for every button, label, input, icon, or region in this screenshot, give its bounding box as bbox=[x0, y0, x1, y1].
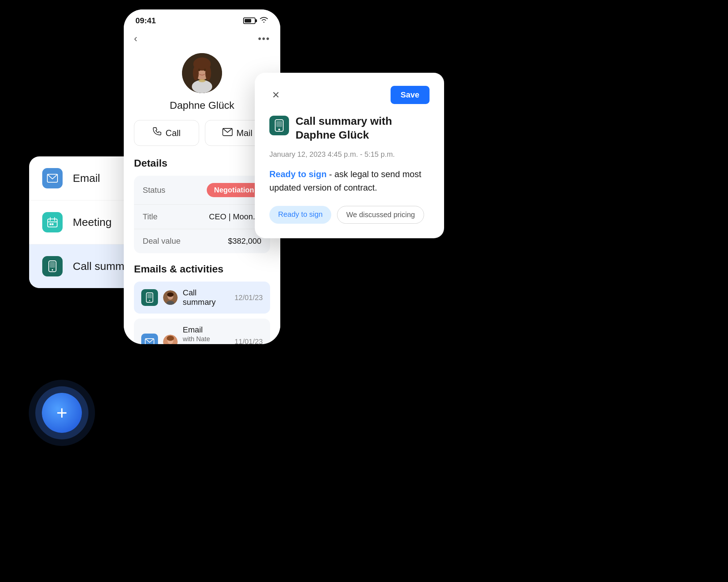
activity-text-1: Call summary bbox=[183, 288, 229, 307]
svg-point-9 bbox=[52, 269, 53, 271]
activities-title: Emails & activities bbox=[134, 263, 270, 282]
close-button[interactable]: ✕ bbox=[269, 88, 282, 101]
svg-point-18 bbox=[198, 79, 206, 82]
wifi-icon bbox=[259, 16, 269, 25]
popup-tags: Ready to sign We discussed pricing bbox=[269, 206, 430, 224]
call-label: Call bbox=[166, 128, 181, 138]
tag-ready-to-sign[interactable]: Ready to sign bbox=[269, 206, 331, 224]
status-icons bbox=[243, 16, 269, 25]
more-button[interactable]: ••• bbox=[258, 33, 270, 44]
svg-rect-5 bbox=[50, 223, 51, 225]
activity-email-icon bbox=[141, 334, 158, 344]
status-badge: Negotiation bbox=[207, 183, 261, 197]
title-row: Title CEO | Moon.io bbox=[134, 205, 270, 229]
detail-card: Status Negotiation Title CEO | Moon.io D… bbox=[134, 176, 270, 253]
popup-body: Ready to sign - ask legal to send most u… bbox=[269, 167, 430, 194]
status-label: Status bbox=[143, 186, 165, 195]
popup-title: Call summary with Daphne Glück bbox=[296, 114, 430, 141]
popup-header: ✕ Save bbox=[269, 86, 430, 104]
svg-point-13 bbox=[193, 66, 199, 80]
details-title: Details bbox=[134, 158, 270, 176]
popup-datetime: January 12, 2023 4:45 p.m. - 5:15 p.m. bbox=[269, 150, 430, 159]
svg-point-22 bbox=[149, 300, 150, 301]
activity-sub-2: with Nate Fisher, Larissa Piker bbox=[183, 335, 229, 344]
activity-title-1: Call summary bbox=[183, 288, 229, 307]
svg-point-34 bbox=[278, 129, 280, 131]
activity-avatar-1 bbox=[163, 290, 178, 305]
fab-plus-icon: + bbox=[56, 403, 67, 422]
deal-value: $382,000 bbox=[228, 236, 261, 246]
call-summary-icon bbox=[42, 256, 63, 276]
meeting-icon bbox=[42, 212, 63, 232]
tag-discussed-pricing[interactable]: We discussed pricing bbox=[337, 206, 424, 224]
svg-rect-1 bbox=[48, 219, 57, 227]
status-bar: 09:41 bbox=[124, 9, 280, 28]
mail-label: Mail bbox=[236, 128, 252, 138]
phone-header: ‹ ••• bbox=[124, 28, 280, 50]
fab-button[interactable]: + bbox=[42, 393, 82, 433]
phone-icon bbox=[153, 127, 162, 139]
svg-rect-6 bbox=[52, 223, 54, 225]
popup-call-icon bbox=[269, 116, 289, 135]
activity-call-summary[interactable]: Call summary 12/01/23 bbox=[134, 282, 270, 314]
back-button[interactable]: ‹ bbox=[134, 33, 137, 44]
deal-row: Deal value $382,000 bbox=[134, 229, 270, 253]
activity-date-1: 12/01/23 bbox=[234, 294, 263, 302]
status-row: Status Negotiation bbox=[134, 176, 270, 205]
sidebar-item-meeting-label: Meeting bbox=[73, 216, 112, 228]
details-section: Details Status Negotiation Title CEO | M… bbox=[134, 158, 270, 263]
activity-call-icon bbox=[141, 289, 158, 306]
svg-point-25 bbox=[167, 292, 174, 297]
svg-rect-21 bbox=[147, 294, 152, 298]
svg-point-17 bbox=[204, 69, 206, 71]
activity-date-2: 11/01/23 bbox=[234, 338, 263, 344]
contact-name: Daphne Glück bbox=[134, 100, 270, 120]
title-value: CEO | Moon.io bbox=[209, 212, 261, 222]
email-icon bbox=[42, 168, 63, 188]
svg-rect-8 bbox=[50, 262, 55, 268]
popup-title-row: Call summary with Daphne Glück bbox=[269, 114, 430, 141]
call-button[interactable]: Call bbox=[134, 120, 199, 146]
activity-title-2: Email bbox=[183, 325, 229, 335]
svg-point-14 bbox=[205, 66, 211, 80]
battery-icon bbox=[243, 17, 256, 24]
svg-rect-33 bbox=[276, 121, 282, 127]
status-time: 09:41 bbox=[135, 16, 156, 25]
deal-label: Deal value bbox=[143, 236, 181, 246]
activity-text-2: Email with Nate Fisher, Larissa Piker bbox=[183, 325, 229, 344]
mail-icon bbox=[222, 127, 233, 139]
avatar-image bbox=[182, 53, 222, 93]
activity-avatar-2 bbox=[163, 335, 178, 344]
call-summary-popup: ✕ Save Call summary with Daphne Glück Ja… bbox=[255, 73, 444, 238]
save-button[interactable]: Save bbox=[391, 86, 430, 104]
avatar bbox=[182, 53, 222, 93]
svg-point-16 bbox=[198, 69, 200, 71]
sidebar-item-email-label: Email bbox=[73, 172, 100, 184]
contact-avatar-wrap bbox=[134, 50, 270, 100]
activity-email[interactable]: Email with Nate Fisher, Larissa Piker 11… bbox=[134, 319, 270, 344]
svg-point-30 bbox=[167, 336, 174, 341]
title-label: Title bbox=[143, 212, 158, 222]
activities-section: Emails & activities bbox=[134, 263, 270, 344]
popup-link[interactable]: Ready to sign bbox=[269, 169, 327, 179]
contact-actions: Call Mail bbox=[134, 120, 270, 146]
